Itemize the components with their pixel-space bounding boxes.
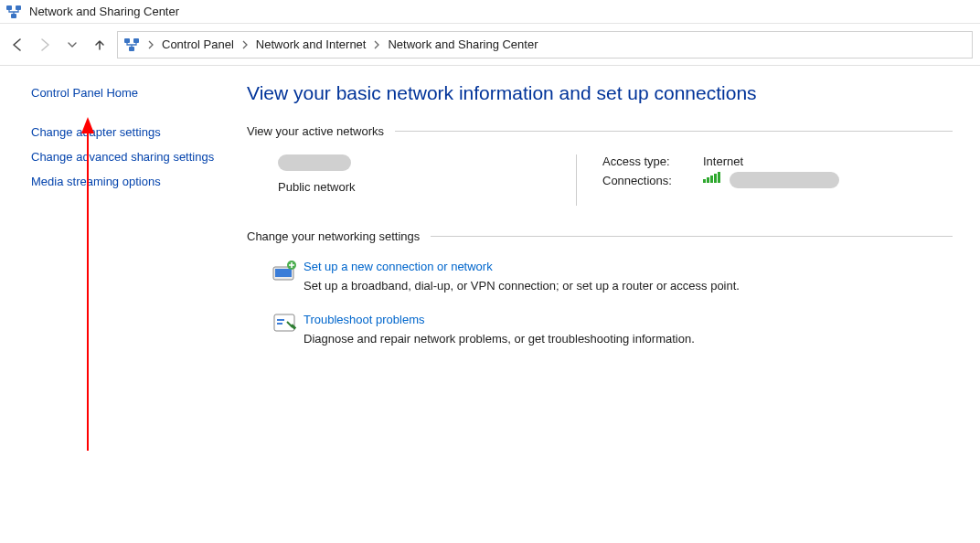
section-active-networks-header: View your active networks — [247, 124, 953, 138]
chevron-right-icon — [147, 40, 154, 49]
chevron-right-icon — [373, 40, 380, 49]
access-type-value: Internet — [703, 154, 743, 168]
address-icon — [123, 37, 140, 53]
address-bar[interactable]: Control Panel Network and Internet Netwo… — [117, 31, 973, 59]
network-summary: Public network — [265, 154, 576, 206]
wifi-signal-icon — [703, 172, 720, 183]
sidebar-home-link[interactable]: Control Panel Home — [31, 86, 225, 101]
sidebar: Control Panel Home Change adapter settin… — [0, 66, 238, 543]
svg-rect-4 — [133, 38, 139, 43]
annotation-arrow-icon — [79, 117, 97, 455]
svg-rect-1 — [16, 5, 21, 10]
access-type-key: Access type: — [602, 154, 703, 168]
svg-rect-5 — [129, 47, 134, 51]
nav-forward-button[interactable] — [35, 35, 55, 55]
section-label: Change your networking settings — [247, 229, 420, 243]
titlebar: Network and Sharing Center — [0, 0, 980, 24]
nav-recent-dropdown[interactable] — [62, 35, 82, 55]
connections-key: Connections: — [602, 174, 703, 187]
setup-connection-link[interactable]: Set up a new connection or network — [304, 260, 740, 273]
chevron-right-icon — [241, 40, 249, 49]
section-label: View your active networks — [247, 124, 384, 138]
connections-value[interactable] — [703, 172, 839, 188]
breadcrumb-item[interactable]: Network and Sharing Center — [388, 37, 538, 51]
navbar: Control Panel Network and Internet Netwo… — [0, 24, 980, 66]
sidebar-adapter-settings-link[interactable]: Change adapter settings — [31, 125, 225, 141]
sidebar-advanced-sharing-link[interactable]: Change advanced sharing settings — [31, 150, 225, 165]
svg-rect-9 — [275, 269, 292, 277]
new-connection-icon — [272, 260, 299, 293]
nav-up-button[interactable] — [90, 35, 110, 55]
setup-connection-item: Set up a new connection or network Set u… — [267, 260, 953, 293]
svg-rect-3 — [124, 38, 130, 43]
sidebar-media-streaming-link[interactable]: Media streaming options — [31, 175, 225, 190]
section-change-settings-header: Change your networking settings — [247, 229, 953, 243]
breadcrumb-item[interactable]: Control Panel — [162, 37, 234, 51]
divider — [576, 154, 577, 206]
divider — [395, 131, 953, 132]
troubleshoot-item: Troubleshoot problems Diagnose and repai… — [267, 313, 953, 346]
divider — [431, 236, 953, 237]
connection-name-redacted — [730, 172, 839, 188]
content: View your basic network information and … — [238, 66, 980, 543]
network-details: Access type: Internet Connections: — [602, 154, 839, 206]
svg-rect-2 — [11, 14, 16, 18]
setup-connection-desc: Set up a broadband, dial-up, or VPN conn… — [304, 279, 740, 293]
network-type-label: Public network — [278, 180, 576, 194]
active-networks-panel: Public network Access type: Internet Con… — [265, 154, 953, 206]
breadcrumb-item[interactable]: Network and Internet — [256, 37, 367, 51]
svg-rect-0 — [6, 5, 12, 10]
page-title: View your basic network information and … — [247, 82, 953, 104]
nav-back-button[interactable] — [7, 35, 27, 55]
troubleshoot-icon — [272, 313, 298, 346]
network-center-icon — [5, 4, 22, 20]
window-title: Network and Sharing Center — [29, 5, 179, 18]
troubleshoot-link[interactable]: Troubleshoot problems — [304, 313, 695, 326]
network-name-redacted — [278, 154, 351, 171]
troubleshoot-desc: Diagnose and repair network problems, or… — [304, 332, 695, 346]
